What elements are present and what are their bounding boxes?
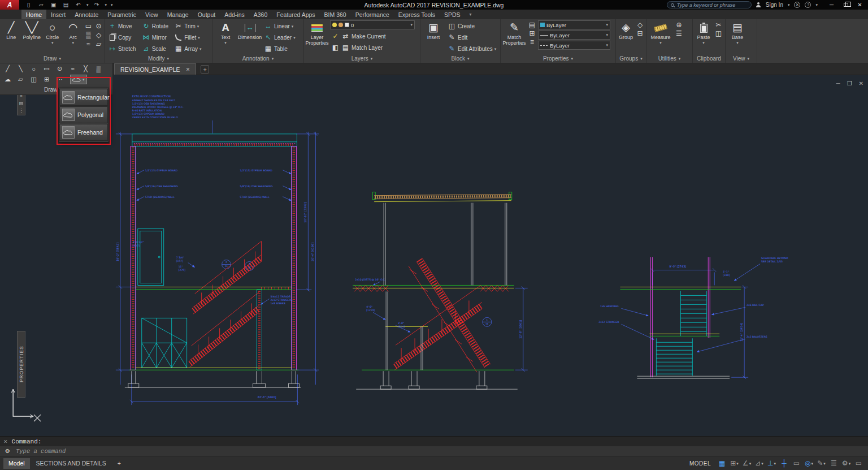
- flyout-item-polygonal[interactable]: Polygonal: [59, 106, 108, 123]
- file-tab-close-icon[interactable]: ✕: [186, 67, 190, 72]
- panel-properties-title[interactable]: Properties▾: [501, 54, 615, 63]
- redo-caret-icon[interactable]: ▾: [105, 3, 107, 7]
- flyout-item-rectangular[interactable]: Rectangular: [59, 89, 108, 106]
- tab-output[interactable]: Output: [193, 10, 220, 19]
- create-block-button[interactable]: ◫Create: [446, 20, 497, 32]
- id-point-icon[interactable]: ⊕: [675, 20, 683, 29]
- panel-block-title[interactable]: Block▾: [420, 54, 500, 63]
- annotation-scale-icon[interactable]: ◎▾: [803, 458, 815, 469]
- construction-line-icon[interactable]: ╱: [2, 64, 14, 74]
- edit-block-button[interactable]: ✎Edit: [446, 32, 497, 43]
- match-properties-button[interactable]: ✎ Match Properties: [502, 20, 526, 46]
- line-button[interactable]: ╱ Line: [2, 20, 21, 41]
- qat-dropdown-icon[interactable]: ▾: [111, 3, 113, 7]
- circle-button[interactable]: ○ Circle ▾: [43, 20, 62, 45]
- panel-modify-title[interactable]: Modify▾: [105, 54, 212, 63]
- properties-lines-icon[interactable]: ≡: [528, 37, 536, 46]
- object-snap-icon[interactable]: ⊥▾: [766, 458, 778, 469]
- tab-performance[interactable]: Performance: [351, 10, 394, 19]
- divide-icon[interactable]: ⋯: [54, 75, 66, 84]
- sign-in-caret-icon[interactable]: ▾: [788, 3, 790, 7]
- tab-manage[interactable]: Manage: [163, 10, 193, 19]
- workspace-switching-icon[interactable]: ☰: [828, 458, 840, 469]
- circle-extra-icon[interactable]: ○: [28, 64, 40, 74]
- panel-groups-title[interactable]: Groups▾: [616, 54, 646, 63]
- properties-palette-tab[interactable]: PROPERTIES: [17, 331, 25, 398]
- palette-menu-icon[interactable]: ⋮: [19, 108, 24, 113]
- dynamic-input-icon[interactable]: ┼: [778, 458, 790, 469]
- tab-featured-apps[interactable]: Featured Apps: [272, 10, 319, 19]
- polygon-tool-icon[interactable]: ◇: [94, 31, 103, 39]
- rectangle-extra-icon[interactable]: ▭: [41, 64, 53, 74]
- tab-parametric[interactable]: Parametric: [103, 10, 141, 19]
- palette-list-icon[interactable]: ▤: [19, 101, 24, 106]
- copy-button[interactable]: Copy: [107, 32, 137, 43]
- measure-button[interactable]: Measure ▾: [648, 20, 673, 45]
- new-file-icon[interactable]: ▯: [24, 1, 33, 9]
- move-button[interactable]: +Move: [107, 20, 137, 32]
- command-close-icon[interactable]: ✕: [3, 439, 8, 445]
- copy-clip-icon[interactable]: ◫: [714, 29, 723, 37]
- properties-grid-icon[interactable]: ⊞: [528, 29, 536, 37]
- exchange-apps-icon[interactable]: ✕: [794, 2, 800, 8]
- tab-home[interactable]: Home: [21, 10, 46, 19]
- minimize-button[interactable]: ─: [824, 1, 839, 10]
- wipeout-icon[interactable]: ☁: [2, 75, 14, 84]
- stretch-button[interactable]: ↦Stretch: [107, 43, 137, 54]
- undo-caret-icon[interactable]: ▾: [86, 3, 89, 7]
- lineweight-select[interactable]: ByLayer ▾: [538, 31, 610, 40]
- panel-utilities-title[interactable]: Utilities▾: [646, 54, 692, 63]
- plot-icon[interactable]: ▤: [62, 1, 70, 9]
- autocad-logo-icon[interactable]: A: [0, 0, 19, 10]
- viewport-minimize-icon[interactable]: ─: [836, 80, 840, 87]
- array-button[interactable]: ▦Array▾: [173, 43, 202, 54]
- polar-tracking-icon[interactable]: ∠▾: [741, 458, 753, 469]
- text-button[interactable]: A Text ▾: [214, 20, 237, 45]
- lineweight-display-icon[interactable]: ▭: [791, 458, 802, 469]
- rotate-button[interactable]: ↻Rotate: [141, 20, 170, 32]
- tab-express-tools[interactable]: Express Tools: [394, 10, 440, 19]
- insert-button[interactable]: ▣ Insert: [422, 20, 445, 41]
- point-tool-icon[interactable]: ▱: [94, 40, 103, 48]
- new-drawing-tab-button[interactable]: +: [201, 65, 209, 74]
- cut-icon[interactable]: ✂: [714, 20, 723, 29]
- restore-button[interactable]: [839, 1, 853, 10]
- layer-properties-button[interactable]: Layer Properties: [306, 20, 328, 46]
- point-icon[interactable]: ⊞: [41, 75, 53, 84]
- mirror-button[interactable]: ⋈Mirror: [141, 32, 170, 43]
- hatch-tool-icon[interactable]: ▒: [84, 31, 93, 39]
- polyline-button[interactable]: ╲╱ Polyline: [23, 20, 42, 41]
- revision-cloud-split-button[interactable]: ▾: [70, 75, 87, 84]
- flyout-item-freehand[interactable]: Freehand: [59, 124, 108, 141]
- panel-annotation-title[interactable]: Annotation▾: [212, 54, 303, 63]
- layer-select[interactable]: 0 ▾: [330, 20, 415, 29]
- ungroup-icon[interactable]: ◇: [636, 20, 644, 29]
- model-space-canvas[interactable]: EXTG ROOF CONSTRUCTION:ASPHALT SHINGLES …: [0, 75, 868, 436]
- leader-button[interactable]: ↖Leader▾: [263, 32, 297, 43]
- group-button[interactable]: ◈ Group: [618, 20, 634, 41]
- fillet-button[interactable]: Fillet▾: [173, 32, 202, 43]
- arc-button[interactable]: ◠ Arc ▾: [64, 20, 83, 45]
- hatch-icon[interactable]: ▒: [93, 64, 105, 74]
- table-button[interactable]: ▦Table: [263, 43, 297, 54]
- panel-clipboard-title[interactable]: Clipboard: [693, 54, 725, 63]
- model-space-label[interactable]: MODEL: [689, 460, 711, 467]
- grid-icon[interactable]: ▦: [716, 458, 728, 469]
- redo-icon[interactable]: ↷: [93, 1, 101, 9]
- open-folder-icon[interactable]: ▱: [37, 1, 45, 9]
- tab-a360[interactable]: A360: [249, 10, 272, 19]
- ribbon-minimize-icon[interactable]: ▾: [465, 10, 476, 19]
- paste-button[interactable]: Paste ▾: [695, 20, 713, 45]
- drawing-canvas[interactable]: EXTG ROOF CONSTRUCTION:ASPHALT SHINGLES …: [0, 75, 868, 436]
- group-edit-icon[interactable]: ⊟: [636, 29, 644, 37]
- quick-calc-icon[interactable]: ☰: [675, 29, 683, 37]
- base-button[interactable]: ▤ Base ▾: [727, 20, 748, 45]
- multiline-icon[interactable]: ◫: [28, 75, 40, 84]
- tab-view[interactable]: View: [141, 10, 163, 19]
- spline-tool-icon[interactable]: ≈: [84, 40, 93, 48]
- isodraft-icon[interactable]: ⊿▾: [753, 458, 765, 469]
- file-tab-active[interactable]: REVISION_EXAMPLE ✕: [114, 63, 196, 75]
- close-button[interactable]: ✕: [853, 1, 867, 10]
- tab-bim360[interactable]: BIM 360: [320, 10, 351, 19]
- layout-tab-sections-and-details[interactable]: SECTIONS AND DETAILS: [31, 458, 111, 469]
